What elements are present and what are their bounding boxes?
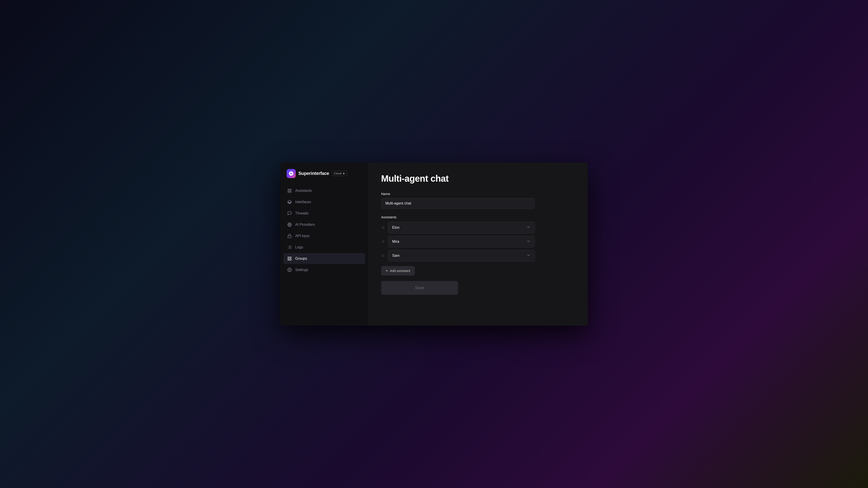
sidebar-item-settings-label: Settings <box>295 268 308 272</box>
assistant-row: Sam <box>381 250 535 261</box>
app-logo <box>287 169 296 178</box>
assistant-row: Mira <box>381 236 535 248</box>
sidebar-item-threads[interactable]: Threads <box>283 208 365 219</box>
star-icon: ★ <box>342 172 345 175</box>
sidebar-item-settings[interactable]: Settings <box>283 264 365 275</box>
grid-icon <box>287 188 292 193</box>
svg-rect-2 <box>290 189 291 190</box>
svg-rect-18 <box>290 259 291 260</box>
cloud-badge: Cloud ★ <box>332 171 347 176</box>
drag-handle-icon[interactable] <box>381 226 385 230</box>
add-assistant-button[interactable]: + Add assistant <box>381 266 415 276</box>
sidebar: Superinterface Cloud ★ Assistants <box>280 163 368 325</box>
assistant-select-mira-value: Mira <box>392 239 399 243</box>
assistant-select-elon[interactable]: Elon <box>388 222 535 233</box>
svg-rect-1 <box>288 189 289 190</box>
svg-rect-16 <box>290 257 291 258</box>
sidebar-item-ai-providers[interactable]: AI Providers <box>283 219 365 230</box>
chevron-down-icon <box>526 253 530 258</box>
svg-point-27 <box>383 240 384 241</box>
plus-icon: + <box>385 269 388 273</box>
svg-point-24 <box>382 228 383 229</box>
svg-point-23 <box>383 227 384 228</box>
main-content: Multi-agent chat Name Assistants <box>368 163 588 325</box>
add-assistant-label: Add assistant <box>390 269 410 272</box>
app-name: Superinterface <box>298 171 329 176</box>
svg-point-19 <box>289 269 290 270</box>
sidebar-item-assistants[interactable]: Assistants <box>283 185 365 196</box>
assistants-label: Assistants <box>381 215 575 219</box>
svg-point-36 <box>382 256 383 257</box>
assistant-select-sam[interactable]: Sam <box>388 250 535 261</box>
sidebar-item-interfaces-label: Interfaces <box>295 200 311 204</box>
assistant-row: Elon <box>381 222 535 233</box>
sidebar-item-logs-label: Logs <box>295 245 303 249</box>
settings-icon <box>287 267 292 272</box>
drag-handle-icon[interactable] <box>381 239 385 243</box>
sidebar-item-logs[interactable]: Logs <box>283 242 365 253</box>
svg-rect-4 <box>290 191 291 192</box>
sidebar-item-threads-label: Threads <box>295 211 309 216</box>
sidebar-item-groups[interactable]: Groups <box>283 253 365 264</box>
message-circle-icon <box>287 211 292 216</box>
svg-point-29 <box>383 241 384 241</box>
assistant-select-sam-value: Sam <box>392 254 400 258</box>
lock-icon <box>287 233 292 238</box>
svg-point-20 <box>382 226 383 227</box>
globe-icon <box>287 222 292 227</box>
sidebar-header: Superinterface Cloud ★ <box>280 163 368 185</box>
sidebar-item-ai-providers-label: AI Providers <box>295 223 315 227</box>
page-title: Multi-agent chat <box>381 174 575 184</box>
svg-point-31 <box>383 242 384 242</box>
svg-point-28 <box>382 241 383 241</box>
chevron-down-icon <box>526 239 530 244</box>
svg-point-22 <box>382 227 383 228</box>
sidebar-item-api-keys[interactable]: API keys <box>283 231 365 241</box>
list-icon <box>287 245 292 250</box>
svg-rect-17 <box>288 259 289 260</box>
cloud-badge-label: Cloud <box>334 172 342 175</box>
chevron-down-icon <box>526 225 530 230</box>
svg-point-35 <box>383 255 384 256</box>
assistant-select-elon-value: Elon <box>392 226 399 230</box>
svg-point-32 <box>382 254 383 255</box>
grid2-icon <box>287 256 292 261</box>
assistant-select-mira[interactable]: Mira <box>388 236 535 248</box>
layers-icon <box>287 200 292 204</box>
drag-handle-icon[interactable] <box>381 254 385 258</box>
sidebar-item-interfaces[interactable]: Interfaces <box>283 197 365 207</box>
svg-point-37 <box>383 256 384 257</box>
svg-point-30 <box>382 242 383 242</box>
assistants-section: Assistants Elon <box>381 215 575 261</box>
app-window: Superinterface Cloud ★ Assistants <box>280 163 588 325</box>
svg-point-26 <box>382 240 383 241</box>
svg-rect-3 <box>288 191 289 192</box>
svg-point-33 <box>383 254 384 255</box>
sidebar-item-groups-label: Groups <box>295 257 307 261</box>
svg-rect-15 <box>288 257 289 258</box>
svg-point-25 <box>383 228 384 229</box>
sidebar-item-assistants-label: Assistants <box>295 189 312 193</box>
sidebar-item-api-keys-label: API keys <box>295 234 309 238</box>
name-label: Name <box>381 192 575 196</box>
name-input[interactable] <box>381 198 535 209</box>
sidebar-nav: Assistants Interfaces <box>280 185 368 275</box>
save-button[interactable]: Save <box>381 281 458 295</box>
svg-point-21 <box>383 226 384 227</box>
svg-rect-8 <box>288 236 291 238</box>
name-section: Name <box>381 192 575 209</box>
svg-point-34 <box>382 255 383 256</box>
